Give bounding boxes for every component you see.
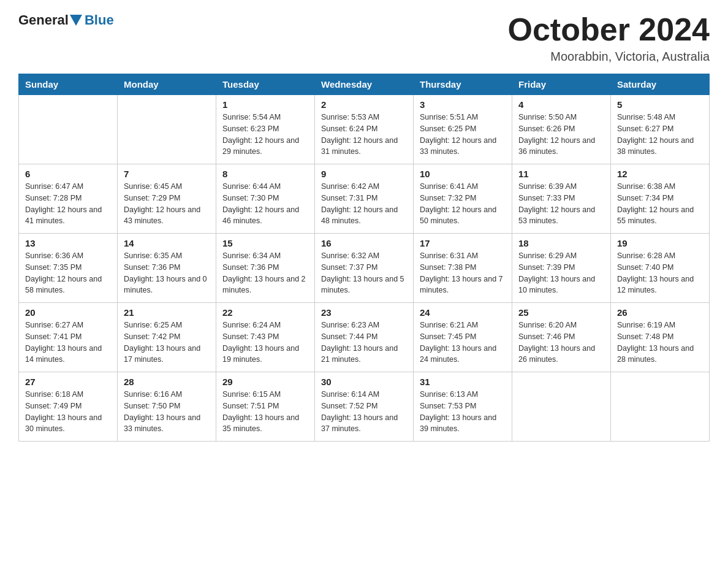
day-number: 24 [420, 307, 506, 318]
calendar-cell: 19Sunrise: 6:28 AMSunset: 7:40 PMDayligh… [611, 234, 710, 303]
calendar-cell: 27Sunrise: 6:18 AMSunset: 7:49 PMDayligh… [19, 372, 118, 442]
day-info: Sunrise: 6:23 AMSunset: 7:44 PMDaylight:… [321, 320, 407, 366]
calendar-cell: 12Sunrise: 6:38 AMSunset: 7:34 PMDayligh… [611, 164, 710, 234]
calendar-week-row: 13Sunrise: 6:36 AMSunset: 7:35 PMDayligh… [19, 234, 710, 303]
day-info: Sunrise: 6:32 AMSunset: 7:37 PMDaylight:… [321, 250, 407, 296]
calendar-cell: 28Sunrise: 6:16 AMSunset: 7:50 PMDayligh… [118, 372, 216, 442]
day-number: 10 [420, 169, 506, 179]
logo-general-text: General [18, 12, 69, 28]
day-info: Sunrise: 5:53 AMSunset: 6:24 PMDaylight:… [321, 112, 407, 158]
calendar-week-row: 27Sunrise: 6:18 AMSunset: 7:49 PMDayligh… [19, 372, 710, 442]
day-number: 13 [25, 238, 111, 248]
day-number: 11 [518, 169, 604, 179]
day-number: 29 [222, 377, 308, 387]
calendar-cell: 6Sunrise: 6:47 AMSunset: 7:28 PMDaylight… [19, 164, 118, 234]
day-info: Sunrise: 5:50 AMSunset: 6:26 PMDaylight:… [518, 112, 604, 158]
day-number: 20 [25, 307, 111, 318]
day-info: Sunrise: 6:14 AMSunset: 7:52 PMDaylight:… [321, 389, 407, 435]
day-info: Sunrise: 6:19 AMSunset: 7:48 PMDaylight:… [617, 320, 703, 366]
calendar-cell [19, 95, 118, 164]
weekday-header-wednesday: Wednesday [315, 74, 414, 95]
page-header: General Blue October 2024 Moorabbin, Vic… [18, 12, 710, 64]
day-info: Sunrise: 6:21 AMSunset: 7:45 PMDaylight:… [420, 320, 506, 366]
calendar-cell: 2Sunrise: 5:53 AMSunset: 6:24 PMDaylight… [315, 95, 414, 164]
day-number: 9 [321, 169, 407, 179]
calendar-table: SundayMondayTuesdayWednesdayThursdayFrid… [18, 74, 710, 442]
day-number: 5 [617, 99, 703, 110]
day-number: 28 [124, 377, 210, 387]
day-info: Sunrise: 5:54 AMSunset: 6:23 PMDaylight:… [222, 112, 308, 158]
calendar-cell: 8Sunrise: 6:44 AMSunset: 7:30 PMDaylight… [216, 164, 315, 234]
day-number: 21 [124, 307, 210, 318]
day-number: 16 [321, 238, 407, 248]
day-number: 3 [420, 99, 506, 110]
day-number: 8 [222, 169, 308, 179]
calendar-cell: 7Sunrise: 6:45 AMSunset: 7:29 PMDaylight… [118, 164, 216, 234]
day-info: Sunrise: 6:24 AMSunset: 7:43 PMDaylight:… [222, 320, 308, 366]
calendar-cell: 21Sunrise: 6:25 AMSunset: 7:42 PMDayligh… [118, 303, 216, 372]
weekday-header-sunday: Sunday [19, 74, 118, 95]
calendar-title: October 2024 [508, 12, 710, 47]
calendar-cell: 18Sunrise: 6:29 AMSunset: 7:39 PMDayligh… [512, 234, 611, 303]
day-number: 17 [420, 238, 506, 248]
day-info: Sunrise: 6:18 AMSunset: 7:49 PMDaylight:… [25, 389, 111, 435]
day-number: 15 [222, 238, 308, 248]
calendar-cell: 26Sunrise: 6:19 AMSunset: 7:48 PMDayligh… [611, 303, 710, 372]
day-number: 4 [518, 99, 604, 110]
day-info: Sunrise: 6:35 AMSunset: 7:36 PMDaylight:… [124, 250, 210, 296]
calendar-cell: 5Sunrise: 5:48 AMSunset: 6:27 PMDaylight… [611, 95, 710, 164]
calendar-cell: 15Sunrise: 6:34 AMSunset: 7:36 PMDayligh… [216, 234, 315, 303]
calendar-cell: 10Sunrise: 6:41 AMSunset: 7:32 PMDayligh… [414, 164, 512, 234]
day-number: 27 [25, 377, 111, 387]
weekday-header-tuesday: Tuesday [216, 74, 315, 95]
calendar-cell: 23Sunrise: 6:23 AMSunset: 7:44 PMDayligh… [315, 303, 414, 372]
day-info: Sunrise: 6:47 AMSunset: 7:28 PMDaylight:… [25, 181, 111, 227]
day-info: Sunrise: 6:16 AMSunset: 7:50 PMDaylight:… [124, 389, 210, 435]
day-number: 22 [222, 307, 308, 318]
day-number: 7 [124, 169, 210, 179]
day-info: Sunrise: 6:45 AMSunset: 7:29 PMDaylight:… [124, 181, 210, 227]
day-info: Sunrise: 5:51 AMSunset: 6:25 PMDaylight:… [420, 112, 506, 158]
calendar-cell: 14Sunrise: 6:35 AMSunset: 7:36 PMDayligh… [118, 234, 216, 303]
calendar-week-row: 6Sunrise: 6:47 AMSunset: 7:28 PMDaylight… [19, 164, 710, 234]
day-info: Sunrise: 6:20 AMSunset: 7:46 PMDaylight:… [518, 320, 604, 366]
day-number: 12 [617, 169, 703, 179]
day-info: Sunrise: 6:42 AMSunset: 7:31 PMDaylight:… [321, 181, 407, 227]
day-number: 26 [617, 307, 703, 318]
day-info: Sunrise: 6:38 AMSunset: 7:34 PMDaylight:… [617, 181, 703, 227]
day-number: 31 [420, 377, 506, 387]
day-number: 2 [321, 99, 407, 110]
calendar-cell: 25Sunrise: 6:20 AMSunset: 7:46 PMDayligh… [512, 303, 611, 372]
calendar-cell: 11Sunrise: 6:39 AMSunset: 7:33 PMDayligh… [512, 164, 611, 234]
calendar-cell: 3Sunrise: 5:51 AMSunset: 6:25 PMDaylight… [414, 95, 512, 164]
day-info: Sunrise: 6:25 AMSunset: 7:42 PMDaylight:… [124, 320, 210, 366]
day-info: Sunrise: 6:34 AMSunset: 7:36 PMDaylight:… [222, 250, 308, 296]
logo-blue-text: Blue [85, 12, 114, 28]
logo: General Blue [18, 12, 114, 28]
calendar-cell: 30Sunrise: 6:14 AMSunset: 7:52 PMDayligh… [315, 372, 414, 442]
day-number: 30 [321, 377, 407, 387]
calendar-cell: 17Sunrise: 6:31 AMSunset: 7:38 PMDayligh… [414, 234, 512, 303]
calendar-cell [611, 372, 710, 442]
calendar-cell: 16Sunrise: 6:32 AMSunset: 7:37 PMDayligh… [315, 234, 414, 303]
day-info: Sunrise: 6:39 AMSunset: 7:33 PMDaylight:… [518, 181, 604, 227]
day-info: Sunrise: 6:41 AMSunset: 7:32 PMDaylight:… [420, 181, 506, 227]
calendar-location: Moorabbin, Victoria, Australia [508, 50, 710, 64]
day-number: 6 [25, 169, 111, 179]
calendar-cell: 4Sunrise: 5:50 AMSunset: 6:26 PMDaylight… [512, 95, 611, 164]
calendar-cell: 1Sunrise: 5:54 AMSunset: 6:23 PMDaylight… [216, 95, 315, 164]
day-info: Sunrise: 6:15 AMSunset: 7:51 PMDaylight:… [222, 389, 308, 435]
day-number: 25 [518, 307, 604, 318]
day-info: Sunrise: 6:27 AMSunset: 7:41 PMDaylight:… [25, 320, 111, 366]
weekday-header-thursday: Thursday [414, 74, 512, 95]
day-number: 19 [617, 238, 703, 248]
calendar-cell [118, 95, 216, 164]
calendar-cell: 22Sunrise: 6:24 AMSunset: 7:43 PMDayligh… [216, 303, 315, 372]
weekday-header-monday: Monday [118, 74, 216, 95]
day-number: 23 [321, 307, 407, 318]
weekday-header-saturday: Saturday [611, 74, 710, 95]
title-block: October 2024 Moorabbin, Victoria, Austra… [508, 12, 710, 64]
day-info: Sunrise: 6:36 AMSunset: 7:35 PMDaylight:… [25, 250, 111, 296]
day-info: Sunrise: 6:44 AMSunset: 7:30 PMDaylight:… [222, 181, 308, 227]
calendar-week-row: 20Sunrise: 6:27 AMSunset: 7:41 PMDayligh… [19, 303, 710, 372]
